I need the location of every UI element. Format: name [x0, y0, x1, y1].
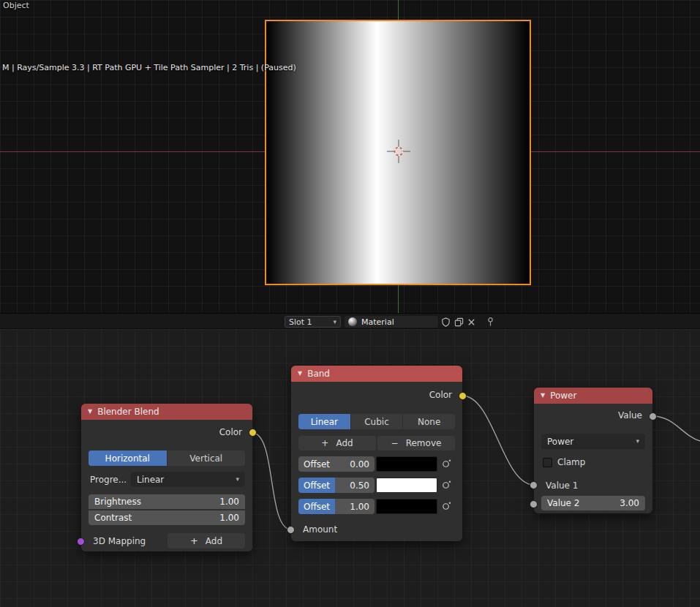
horizontal-button[interactable]: Horizontal [89, 450, 167, 466]
output-value-label: Value [618, 410, 642, 421]
node-title: Power [550, 391, 576, 401]
stop-color-swatch[interactable] [376, 456, 437, 472]
interp-linear-button[interactable]: Linear [298, 414, 350, 429]
link-band-to-power[interactable] [462, 396, 534, 485]
fake-user-shield-button[interactable] [440, 316, 451, 328]
remove-stop-label: Remove [406, 438, 442, 448]
input-socket-amount[interactable] [287, 526, 295, 534]
clamp-checkbox[interactable] [543, 458, 552, 467]
collapse-triangle-icon[interactable]: ▼ [298, 371, 302, 377]
stop-offset-field[interactable]: Offset 1.00 [298, 499, 375, 514]
output-color-label: Color [429, 389, 452, 401]
brightness-label: Brightness [94, 497, 141, 507]
chevron-down-icon: ▾ [236, 476, 239, 483]
contrast-value: 1.00 [219, 513, 239, 523]
node-editor-header-bar: Slot 1 ▾ Material [0, 313, 700, 329]
stop-socket-button[interactable] [439, 456, 454, 472]
3d-cursor [387, 140, 410, 163]
collapse-triangle-icon[interactable]: ▼ [541, 393, 545, 399]
progression-dropdown[interactable]: Linear ▾ [131, 472, 245, 487]
input-socket-value2[interactable] [530, 500, 538, 508]
orientation-toggle: Horizontal Vertical [89, 450, 245, 466]
input-value2-label: Value 2 [547, 498, 579, 508]
contrast-field[interactable]: Contrast 1.00 [89, 510, 245, 525]
output-color-label: Color [219, 426, 242, 438]
link-power-to-output[interactable] [652, 416, 700, 441]
material-preview-icon [348, 317, 357, 326]
output-socket-color[interactable] [459, 392, 467, 400]
stop-offset-value[interactable]: 1.00 [335, 499, 375, 514]
clamp-label: Clamp [557, 457, 585, 467]
duplicate-material-button[interactable] [453, 316, 464, 328]
interpolation-toggle: Linear Cubic None [298, 414, 455, 429]
plus-icon: + [190, 536, 198, 546]
shield-icon [441, 317, 451, 327]
progression-label: Progre... [90, 474, 127, 486]
pin-button[interactable] [484, 316, 496, 328]
brightness-field[interactable]: Brightness 1.00 [89, 494, 245, 509]
material-name-value: Material [361, 317, 394, 327]
node-blender-blend[interactable]: ▼ Blender Blend Color Horizontal Vertica… [81, 404, 252, 551]
input-value1-label: Value 1 [546, 480, 578, 491]
close-icon [467, 318, 475, 326]
add-mapping-button[interactable]: + Add [168, 533, 245, 548]
plus-icon: + [321, 438, 328, 448]
output-socket-value[interactable] [649, 412, 657, 421]
stop-socket-button[interactable] [439, 499, 454, 514]
active-object-label: Object [3, 1, 29, 10]
blender-window: { "viewport": { "object_label": "Object"… [0, 0, 700, 607]
stop-add-remove-row: + Add − Remove [298, 436, 455, 450]
socket-plug-icon [441, 480, 452, 491]
node-title: Blender Blend [97, 407, 159, 417]
pin-icon [486, 317, 495, 327]
brightness-value: 1.00 [219, 497, 239, 507]
copy-icon [454, 317, 464, 327]
socket-plug-icon [441, 501, 452, 512]
color-stop-row: Offset 0.00 [298, 456, 455, 472]
stop-offset-label[interactable]: Offset [298, 478, 335, 493]
node-band[interactable]: ▼ Band Color Linear Cubic None + Add − R… [291, 366, 462, 541]
render-stats-text: M | Rays/Sample 3.3 | RT Path GPU + Tile… [2, 63, 296, 72]
mapping-label: 3D Mapping [93, 535, 146, 547]
node-band-header[interactable]: ▼ Band [291, 366, 462, 382]
node-blender-blend-header[interactable]: ▼ Blender Blend [81, 404, 252, 420]
stop-socket-button[interactable] [439, 478, 454, 493]
node-power-header[interactable]: ▼ Power [534, 388, 652, 404]
stop-offset-value[interactable]: 0.00 [335, 456, 375, 472]
stop-offset-field[interactable]: Offset 0.50 [298, 478, 375, 493]
add-stop-button[interactable]: + Add [298, 436, 376, 450]
node-editor-canvas[interactable]: ▼ Blender Blend Color Horizontal Vertica… [0, 329, 700, 607]
input-socket-mapping[interactable] [77, 538, 85, 546]
output-socket-color[interactable] [249, 429, 257, 437]
input-amount-label: Amount [303, 524, 337, 535]
material-slot-select[interactable]: Slot 1 ▾ [285, 316, 341, 328]
stop-offset-field[interactable]: Offset 0.00 [298, 456, 375, 472]
interp-cubic-button[interactable]: Cubic [351, 414, 403, 429]
add-stop-label: Add [336, 438, 353, 448]
link-blend-to-band[interactable] [252, 433, 291, 529]
math-operation-value: Power [547, 437, 573, 447]
minus-icon: − [391, 438, 399, 448]
input-socket-value1[interactable] [530, 481, 538, 489]
interp-none-button[interactable]: None [403, 414, 455, 429]
chevron-down-icon: ▾ [636, 438, 639, 445]
collapse-triangle-icon[interactable]: ▼ [88, 409, 92, 415]
add-mapping-label: Add [206, 536, 222, 546]
node-power[interactable]: ▼ Power Value Power ▾ Clamp Value 1 Valu… [534, 388, 652, 513]
stop-color-swatch[interactable] [376, 499, 437, 514]
socket-plug-icon [441, 459, 452, 470]
color-stop-row: Offset 1.00 [298, 499, 455, 514]
material-slot-value: Slot 1 [289, 317, 312, 327]
remove-stop-button[interactable]: − Remove [377, 436, 455, 450]
material-name-field[interactable]: Material [345, 316, 438, 328]
stop-color-swatch[interactable] [376, 478, 437, 493]
unlink-material-button[interactable] [465, 316, 477, 328]
math-operation-dropdown[interactable]: Power ▾ [541, 434, 645, 449]
3d-viewport[interactable]: Object M | Rays/Sample 3.3 | RT Path GPU… [0, 0, 700, 313]
chevron-down-icon: ▾ [333, 319, 336, 325]
vertical-button[interactable]: Vertical [168, 450, 246, 466]
stop-offset-label[interactable]: Offset [298, 456, 335, 472]
stop-offset-value[interactable]: 0.50 [335, 478, 375, 493]
stop-offset-label[interactable]: Offset [298, 499, 335, 514]
value2-field[interactable]: Value 2 3.00 [541, 496, 645, 510]
